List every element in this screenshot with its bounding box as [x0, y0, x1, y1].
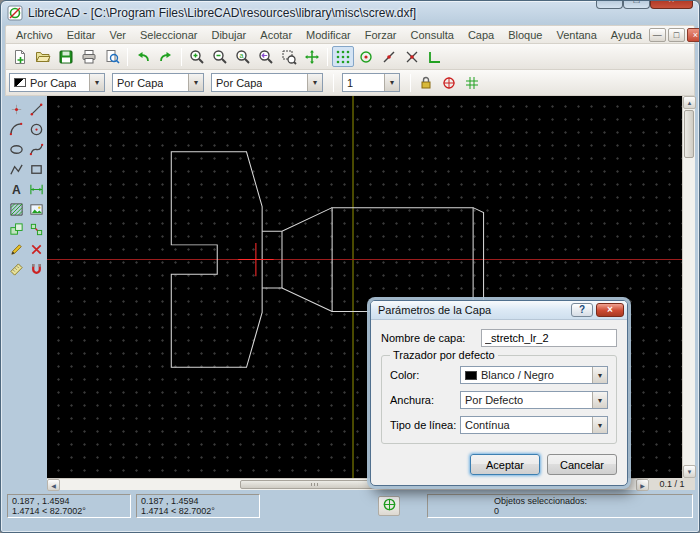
- print-button[interactable]: [78, 46, 100, 67]
- dialog-body: Nombre de capa: Trazador por defecto Col…: [371, 320, 627, 485]
- zoom-auto-button[interactable]: a: [232, 46, 254, 67]
- pen-width-combo[interactable]: Por Capa ▾: [112, 73, 204, 92]
- width-row: Anchura: Por Defecto ▾: [390, 391, 608, 409]
- selection-label: Objetos seleccionados:: [494, 496, 688, 506]
- zoom-in-button[interactable]: [186, 46, 208, 67]
- scroll-up-icon[interactable]: ▲: [683, 96, 696, 109]
- arc-tool-button[interactable]: [7, 120, 26, 139]
- restrict-orthogonal-button[interactable]: [424, 46, 446, 67]
- block-tool-button[interactable]: [7, 220, 26, 239]
- snap-on-entity-button[interactable]: [378, 46, 400, 67]
- grid-spacing-combo[interactable]: 1 ▾: [342, 73, 400, 92]
- vertical-scrollbar[interactable]: ▲ ▼: [682, 96, 695, 478]
- pen-color-value: Por Capa: [30, 77, 76, 89]
- menu-acotar[interactable]: Acotar: [253, 27, 299, 43]
- hatch-tool-icon: [9, 202, 24, 217]
- zoom-out-button[interactable]: [209, 46, 231, 67]
- save-button[interactable]: [55, 46, 77, 67]
- menu-ver[interactable]: Ver: [102, 27, 133, 43]
- snap-intersection-button[interactable]: [401, 46, 423, 67]
- screw-neck-top: [262, 208, 332, 232]
- chevron-down-icon[interactable]: ▾: [592, 417, 607, 433]
- modify-tool-button[interactable]: [7, 240, 26, 259]
- delete-tool-button[interactable]: [27, 240, 46, 259]
- menu-ayuda[interactable]: Ayuda: [604, 27, 649, 43]
- vertical-scroll-track[interactable]: [683, 159, 695, 465]
- zoom-previous-button[interactable]: [255, 46, 277, 67]
- snap-endpoint-button[interactable]: [355, 46, 377, 67]
- layer-name-input[interactable]: [481, 329, 617, 347]
- scroll-right-icon[interactable]: ▶: [636, 479, 649, 491]
- scroll-left-icon[interactable]: ◀: [47, 479, 60, 491]
- hatch-tool-button[interactable]: [7, 200, 26, 219]
- zoom-pan-button[interactable]: [301, 46, 323, 67]
- lock-relative-zero-button[interactable]: [415, 72, 437, 93]
- width-combo[interactable]: Por Defecto ▾: [460, 391, 608, 409]
- dialog-help-button[interactable]: ?: [571, 303, 593, 317]
- linetype-combo[interactable]: Contínua ▾: [460, 416, 608, 434]
- width-value: Por Defecto: [465, 394, 523, 406]
- point-tool-button[interactable]: [7, 100, 26, 119]
- menu-forzar[interactable]: Forzar: [358, 27, 404, 43]
- spline-tool-button[interactable]: [27, 140, 46, 159]
- polyline-tool-button[interactable]: [7, 160, 26, 179]
- scroll-down-icon[interactable]: ▼: [683, 465, 696, 478]
- image-tool-button[interactable]: [27, 200, 46, 219]
- snap-grid-button[interactable]: [332, 46, 354, 67]
- pen-color-combo[interactable]: Por Capa ▾: [9, 73, 105, 92]
- color-combo[interactable]: Blanco / Negro ▾: [460, 366, 608, 384]
- dimension-tool-button[interactable]: [27, 180, 46, 199]
- explode-tool-button[interactable]: [27, 220, 46, 239]
- zoom-window-button[interactable]: [278, 46, 300, 67]
- chevron-down-icon[interactable]: ▾: [384, 74, 399, 91]
- redo-button[interactable]: [155, 46, 177, 67]
- status-bar: 0.187 , 1.4594 1.4714 < 82.7002° 0.187 ,…: [5, 490, 695, 520]
- chevron-down-icon[interactable]: ▾: [188, 74, 203, 91]
- open-file-button[interactable]: [32, 46, 54, 67]
- cancel-button[interactable]: Cancelar: [547, 454, 617, 475]
- vertical-scroll-thumb[interactable]: [684, 110, 694, 158]
- menu-dibujar[interactable]: Dibujar: [204, 27, 253, 43]
- maximize-button[interactable]: □: [623, 0, 650, 9]
- pen-linetype-combo[interactable]: Por Capa ▾: [211, 73, 323, 92]
- chevron-down-icon[interactable]: ▾: [89, 74, 104, 91]
- menu-consulta[interactable]: Consulta: [404, 27, 461, 43]
- new-file-button[interactable]: [9, 46, 31, 67]
- width-label: Anchura:: [390, 394, 434, 406]
- zoom-out-icon: [212, 49, 228, 65]
- close-button[interactable]: ×: [650, 0, 693, 9]
- dialog-close-button[interactable]: ×: [596, 303, 624, 317]
- chevron-down-icon[interactable]: ▾: [592, 367, 607, 383]
- snap-magnet-button[interactable]: [27, 260, 46, 279]
- rectangle-tool-button[interactable]: [27, 160, 46, 179]
- relative-zero-button[interactable]: [438, 72, 460, 93]
- text-tool-button[interactable]: A: [7, 180, 26, 199]
- snap-indicator-button[interactable]: [378, 496, 400, 516]
- default-pen-group: Trazador por defecto Color: Blanco / Neg…: [381, 355, 617, 444]
- menu-bloque[interactable]: Bloque: [501, 27, 549, 43]
- line-tool-button[interactable]: [27, 100, 46, 119]
- print-preview-button[interactable]: [101, 46, 123, 67]
- polyline-tool-icon: [9, 162, 24, 177]
- mdi-close-button[interactable]: ×: [687, 28, 700, 42]
- chevron-down-icon[interactable]: ▾: [307, 74, 322, 91]
- horizontal-scroll-thumb[interactable]: [240, 480, 390, 489]
- open-folder-icon: [35, 49, 51, 65]
- minimize-button[interactable]: —: [596, 0, 623, 9]
- accept-button[interactable]: Aceptar: [470, 454, 540, 475]
- toolbar-separator: [127, 48, 128, 66]
- menu-capa[interactable]: Capa: [461, 27, 501, 43]
- chevron-down-icon[interactable]: ▾: [592, 392, 607, 408]
- menu-editar[interactable]: Editar: [60, 27, 103, 43]
- circle-tool-button[interactable]: [27, 120, 46, 139]
- menu-archivo[interactable]: Archivo: [9, 27, 60, 43]
- menu-modificar[interactable]: Modificar: [299, 27, 358, 43]
- mdi-restore-button[interactable]: □: [668, 28, 685, 42]
- mdi-minimize-button[interactable]: —: [649, 28, 666, 42]
- menu-seleccionar[interactable]: Seleccionar: [133, 27, 204, 43]
- undo-button[interactable]: [132, 46, 154, 67]
- grid-toggle-button[interactable]: [461, 72, 483, 93]
- measure-tool-button[interactable]: [7, 260, 26, 279]
- menu-ventana[interactable]: Ventana: [549, 27, 603, 43]
- ellipse-tool-button[interactable]: [7, 140, 26, 159]
